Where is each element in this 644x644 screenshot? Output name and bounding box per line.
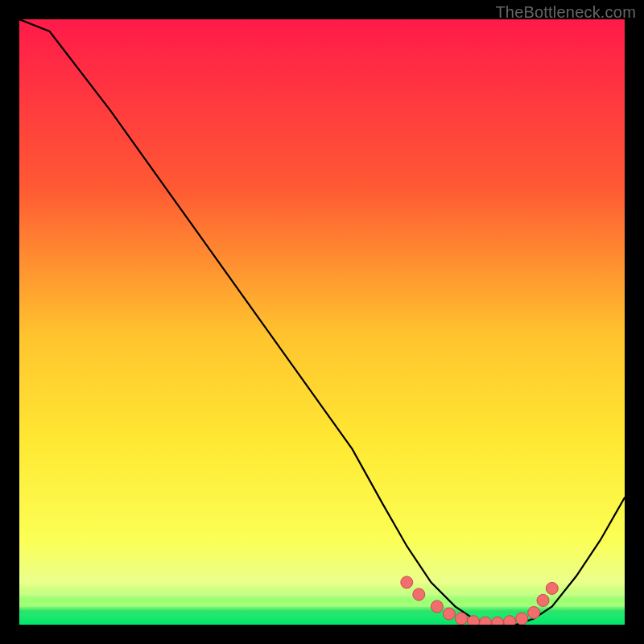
optimal-range-markers: [401, 576, 559, 625]
bottleneck-curve: [19, 19, 625, 625]
optimal-marker: [456, 613, 468, 625]
optimal-marker: [528, 607, 540, 619]
optimal-marker: [546, 582, 558, 594]
optimal-marker: [537, 594, 549, 606]
plot-area: [19, 19, 625, 625]
watermark-text: TheBottleneck.com: [495, 3, 636, 22]
optimal-marker: [468, 616, 480, 625]
optimal-marker: [504, 616, 516, 625]
optimal-marker: [413, 588, 425, 601]
chart-frame: TheBottleneck.com: [0, 0, 644, 644]
optimal-marker: [516, 613, 528, 625]
optimal-marker: [443, 608, 455, 620]
optimal-marker: [401, 576, 413, 588]
curve-layer: [19, 19, 625, 625]
optimal-marker: [431, 601, 443, 613]
optimal-marker: [480, 617, 492, 625]
optimal-marker: [492, 617, 504, 625]
